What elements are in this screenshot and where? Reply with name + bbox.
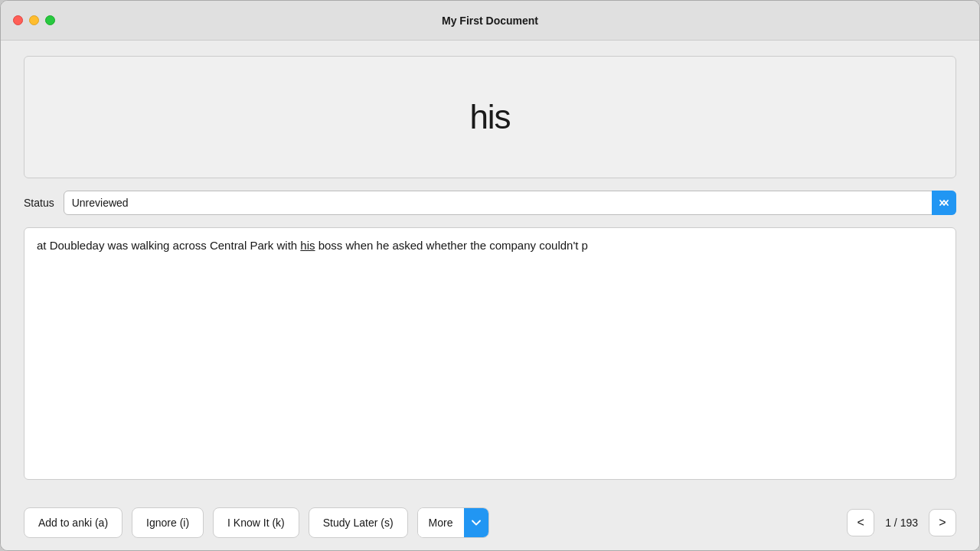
study-later-button[interactable]: Study Later (s)	[309, 507, 408, 538]
status-select[interactable]: Unreviewed Reviewed Known Suspended	[64, 191, 956, 215]
traffic-lights	[13, 15, 55, 25]
context-highlighted: his	[300, 239, 315, 252]
title-bar: My First Document	[1, 1, 979, 41]
more-button[interactable]: More	[418, 508, 464, 537]
minimize-button[interactable]	[29, 15, 39, 25]
maximize-button[interactable]	[45, 15, 55, 25]
page-counter: 1 / 193	[879, 517, 924, 529]
more-dropdown-button[interactable]	[464, 508, 488, 537]
more-button-group: More	[417, 507, 489, 538]
main-content: his Status Unreviewed Reviewed Known Sus…	[1, 41, 979, 495]
window-title: My First Document	[442, 15, 538, 27]
status-label: Status	[24, 197, 54, 209]
close-button[interactable]	[13, 15, 23, 25]
card-display: his	[24, 56, 956, 178]
card-word: his	[469, 98, 510, 136]
i-know-it-button[interactable]: I Know It (k)	[213, 507, 299, 538]
navigation-group: < 1 / 193 >	[847, 509, 956, 536]
main-window: My First Document his Status Unreviewed …	[0, 0, 980, 551]
context-before: at Doubleday was walking across Central …	[37, 239, 300, 252]
context-text: at Doubleday was walking across Central …	[37, 239, 588, 252]
status-select-wrapper: Unreviewed Reviewed Known Suspended	[64, 191, 956, 215]
prev-button[interactable]: <	[847, 509, 874, 536]
context-area: at Doubleday was walking across Central …	[24, 227, 956, 480]
bottom-bar: Add to anki (a) Ignore (i) I Know It (k)…	[1, 495, 979, 550]
next-button[interactable]: >	[929, 509, 956, 536]
ignore-button[interactable]: Ignore (i)	[132, 507, 204, 538]
status-row: Status Unreviewed Reviewed Known Suspend…	[24, 191, 956, 215]
add-to-anki-button[interactable]: Add to anki (a)	[24, 507, 122, 538]
context-after: boss when he asked whether the company c…	[315, 239, 588, 252]
